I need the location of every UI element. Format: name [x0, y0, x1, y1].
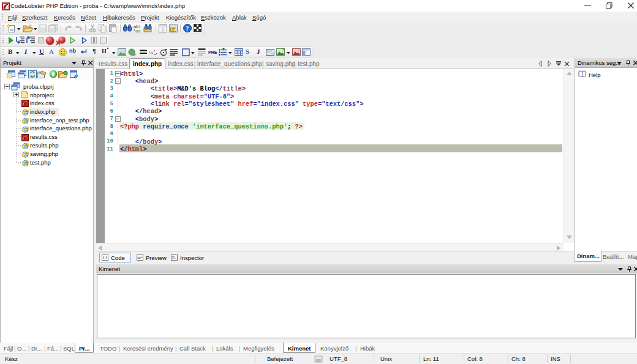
svg-text:?: ?: [186, 25, 189, 32]
svg-text:ac: ac: [136, 29, 141, 33]
svg-text:ab: ab: [134, 24, 138, 29]
svg-text:¼: ¼: [149, 49, 153, 55]
